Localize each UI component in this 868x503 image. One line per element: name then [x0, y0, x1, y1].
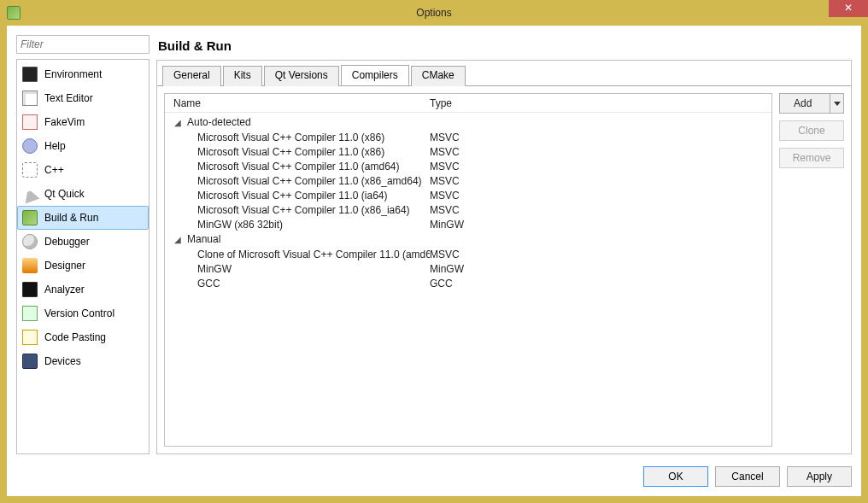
sidebar-item-text-editor[interactable]: Text Editor — [17, 86, 149, 110]
sidebar-item-debugger[interactable]: Debugger — [17, 230, 149, 254]
apply-button[interactable]: Apply — [787, 466, 852, 487]
sidebar-item-devices[interactable]: Devices — [17, 349, 149, 373]
item-type: MinGW — [430, 219, 771, 231]
tab-kits[interactable]: Kits — [223, 66, 262, 86]
right-pane: Build & Run GeneralKitsQt VersionsCompil… — [156, 35, 852, 454]
item-name: Microsoft Visual C++ Compiler 11.0 (x86) — [197, 146, 430, 158]
sidebar-item-build-run[interactable]: Build & Run — [17, 206, 149, 230]
item-name: Microsoft Visual C++ Compiler 11.0 (x86_… — [197, 175, 430, 187]
sidebar-item-label: Text Editor — [44, 92, 93, 104]
sidebar-item-label: C++ — [44, 164, 64, 176]
item-name: Microsoft Visual C++ Compiler 11.0 (x86_… — [197, 204, 430, 216]
version-control-icon — [22, 306, 38, 321]
remove-button-label: Remove — [793, 152, 831, 164]
column-header-name[interactable]: Name — [165, 97, 421, 109]
add-button[interactable]: Add — [779, 93, 844, 114]
fakevim-icon — [22, 114, 38, 130]
sidebar-item-qt-quick[interactable]: Qt Quick — [17, 182, 149, 206]
item-type: MSVC — [430, 190, 771, 202]
cancel-button-label: Cancel — [731, 471, 763, 483]
sidebar-item-label: Designer — [44, 260, 85, 272]
item-type: MinGW — [430, 263, 771, 275]
tab-qt-versions[interactable]: Qt Versions — [264, 66, 339, 86]
tree-item[interactable]: MinGW (x86 32bit)MinGW — [165, 217, 771, 231]
tree-item[interactable]: Clone of Microsoft Visual C++ Compiler 1… — [165, 247, 771, 261]
sidebar-item-help[interactable]: Help — [17, 134, 149, 158]
sidebar-item-environment[interactable]: Environment — [17, 62, 149, 86]
devices-icon — [22, 354, 38, 369]
tab-label: Compilers — [352, 69, 398, 81]
clone-button-label: Clone — [798, 125, 824, 137]
window-close-button[interactable]: ✕ — [829, 0, 868, 17]
content-box: GeneralKitsQt VersionsCompilersCMake Nam… — [156, 60, 852, 454]
help-icon — [22, 138, 38, 154]
tree-item[interactable]: Microsoft Visual C++ Compiler 11.0 (x86)… — [165, 144, 771, 159]
app-icon — [7, 6, 21, 20]
tree-item[interactable]: Microsoft Visual C++ Compiler 11.0 (x86)… — [165, 130, 771, 144]
tree-item[interactable]: MinGWMinGW — [165, 261, 771, 276]
item-type: MSVC — [430, 146, 771, 158]
item-type: MSVC — [430, 132, 771, 143]
tree-item[interactable]: Microsoft Visual C++ Compiler 11.0 (x86_… — [165, 173, 771, 188]
text-editor-icon — [22, 91, 38, 106]
column-header-type[interactable]: Type — [421, 97, 771, 109]
sidebar-item-cpp[interactable]: C++ — [17, 158, 149, 182]
sidebar-item-version-control[interactable]: Version Control — [17, 301, 149, 325]
sidebar-item-fakevim[interactable]: FakeVim — [17, 110, 149, 134]
sidebar-item-label: FakeVim — [44, 116, 85, 128]
sidebar-item-analyzer[interactable]: Analyzer — [17, 278, 149, 301]
cancel-button[interactable]: Cancel — [715, 466, 780, 487]
filter-input[interactable] — [16, 35, 150, 54]
item-type: MSVC — [430, 204, 771, 216]
debugger-icon — [22, 234, 38, 249]
item-type: GCC — [430, 278, 771, 290]
collapse-icon[interactable]: ◢ — [173, 118, 182, 127]
tab-label: CMake — [422, 69, 455, 81]
sidebar-item-designer[interactable]: Designer — [17, 254, 149, 278]
dialog-frame: EnvironmentText EditorFakeVimHelpC++Qt Q… — [7, 26, 861, 496]
sidebar-item-code-pasting[interactable]: Code Pasting — [17, 325, 149, 349]
sidebar-item-label: Help — [44, 140, 66, 152]
sidebar-item-label: Qt Quick — [44, 188, 85, 200]
group-label: Manual — [187, 233, 220, 245]
item-name: MinGW (x86 32bit) — [197, 219, 430, 231]
tab-bar: GeneralKitsQt VersionsCompilersCMake — [157, 61, 851, 86]
tree-item[interactable]: GCCGCC — [165, 276, 771, 290]
dialog-button-row: OK Cancel Apply — [16, 461, 852, 487]
remove-button[interactable]: Remove — [779, 148, 844, 168]
tree-item[interactable]: Microsoft Visual C++ Compiler 11.0 (ia64… — [165, 188, 771, 202]
tree-header: Name Type — [165, 94, 771, 113]
collapse-icon[interactable]: ◢ — [173, 235, 182, 244]
environment-icon — [22, 67, 38, 82]
cpp-icon — [22, 162, 38, 178]
group-label: Auto-detected — [187, 116, 251, 128]
tree-item[interactable]: Microsoft Visual C++ Compiler 11.0 (amd6… — [165, 159, 771, 173]
titlebar: Options ✕ — [0, 0, 868, 26]
analyzer-icon — [22, 282, 38, 297]
item-type: MSVC — [430, 249, 771, 260]
tab-compilers[interactable]: Compilers — [341, 65, 409, 85]
add-dropdown-arrow[interactable] — [830, 94, 843, 113]
item-name: Microsoft Visual C++ Compiler 11.0 (x86) — [197, 132, 430, 143]
tab-cmake[interactable]: CMake — [411, 66, 466, 86]
item-name: Clone of Microsoft Visual C++ Compiler 1… — [197, 249, 430, 260]
sidebar-item-label: Environment — [44, 68, 102, 80]
ok-button[interactable]: OK — [643, 466, 708, 487]
compilers-tree[interactable]: Name Type ◢Auto-detectedMicrosoft Visual… — [164, 93, 772, 447]
clone-button[interactable]: Clone — [779, 120, 844, 141]
tree-item[interactable]: Microsoft Visual C++ Compiler 11.0 (x86_… — [165, 202, 771, 217]
category-list[interactable]: EnvironmentText EditorFakeVimHelpC++Qt Q… — [16, 59, 150, 454]
sidebar-item-label: Analyzer — [44, 284, 85, 295]
tab-general[interactable]: General — [162, 66, 221, 86]
item-type: MSVC — [430, 161, 771, 173]
sidebar-item-label: Debugger — [44, 236, 90, 248]
item-name: GCC — [197, 278, 430, 290]
tab-label: Kits — [234, 69, 251, 81]
code-pasting-icon — [22, 330, 38, 345]
item-name: MinGW — [197, 263, 430, 275]
close-icon: ✕ — [844, 2, 853, 14]
tree-group[interactable]: ◢Manual — [165, 231, 771, 247]
tree-group[interactable]: ◢Auto-detected — [165, 114, 771, 130]
item-name: Microsoft Visual C++ Compiler 11.0 (ia64… — [197, 190, 430, 202]
item-type: MSVC — [430, 175, 771, 187]
